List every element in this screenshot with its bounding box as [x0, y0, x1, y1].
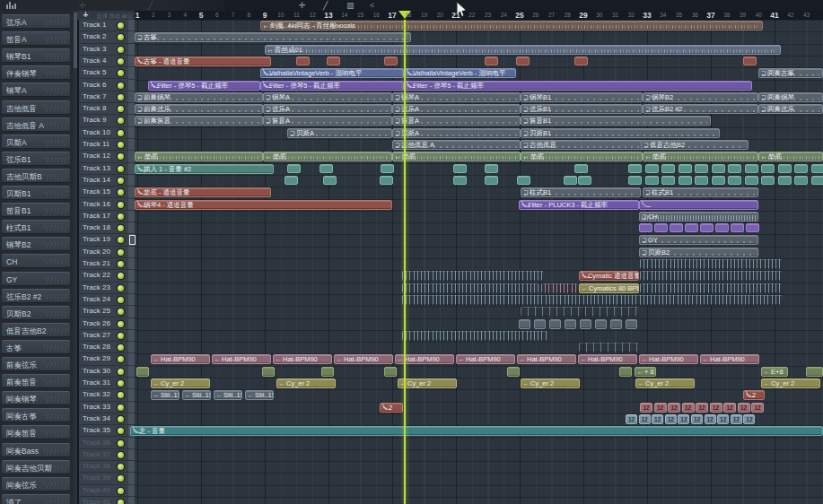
track-enable-led[interactable] — [118, 106, 124, 112]
track-header[interactable]: Track 28 — [79, 342, 130, 353]
track-enable-led[interactable] — [118, 380, 124, 387]
track-header[interactable]: Track 23 — [79, 282, 130, 294]
track-enable-led[interactable] — [118, 488, 124, 494]
track-enable-led[interactable] — [118, 213, 124, 220]
track-enable-led[interactable] — [118, 416, 124, 422]
playlist-grid[interactable] — [135, 20, 823, 504]
picker-item[interactable]: 间奏Bass — [2, 443, 70, 457]
track-enable-led[interactable] — [118, 308, 124, 315]
track-header[interactable]: Track 9 — [79, 115, 130, 126]
picker-item[interactable]: 笛音B1 — [2, 203, 70, 217]
picker-item[interactable]: 消了 — [2, 494, 70, 504]
track-enable-led[interactable] — [118, 440, 124, 447]
track-enable-led[interactable] — [118, 428, 124, 434]
track-enable-led[interactable] — [118, 117, 124, 124]
track-header[interactable]: Track 41 — [79, 497, 130, 504]
track-header[interactable]: Track 20 — [79, 247, 130, 258]
track-header[interactable]: Track 30 — [79, 366, 130, 378]
picker-item[interactable]: 笛音A — [2, 31, 70, 46]
track-enable-led[interactable] — [118, 178, 124, 184]
track-header[interactable]: Track 4 — [79, 56, 130, 67]
track-header[interactable]: Track 11 — [79, 139, 130, 151]
track-header[interactable]: Track 17 — [79, 211, 130, 222]
track-enable-led[interactable] — [118, 344, 124, 351]
track-enable-led[interactable] — [118, 369, 124, 375]
slip-tool-icon[interactable]: ╱ — [323, 0, 328, 11]
track-header[interactable]: Track 1 — [79, 20, 130, 31]
picker-item[interactable]: 柱式B1 — [2, 220, 70, 234]
picker-item[interactable]: 间奏吉他贝斯 — [2, 460, 70, 474]
add-track-button[interactable]: + — [81, 10, 91, 20]
picker-item[interactable]: CH — [2, 254, 70, 268]
track-header[interactable]: Track 22 — [79, 270, 130, 282]
track-enable-led[interactable] — [118, 202, 124, 208]
track-enable-led[interactable] — [118, 249, 124, 256]
picker-item[interactable]: 前奏弦乐 — [2, 357, 70, 371]
track-enable-led[interactable] — [118, 22, 124, 29]
track-header[interactable]: Track 33 — [79, 402, 130, 413]
track-header[interactable]: Track 13 — [79, 163, 130, 175]
track-header[interactable]: Track 15 — [79, 187, 130, 198]
picker-item[interactable]: 钢琴A — [2, 83, 70, 97]
picker-item[interactable]: 弦乐B1 — [2, 152, 70, 166]
picker-item[interactable]: 间奏笛音 — [2, 425, 70, 439]
track-header[interactable]: Track 21 — [79, 258, 130, 270]
track-enable-led[interactable] — [118, 464, 124, 470]
picker-item[interactable]: 间奏钢琴 — [2, 391, 70, 405]
track-enable-led[interactable] — [118, 475, 124, 482]
track-enable-led[interactable] — [118, 153, 124, 160]
track-header[interactable]: Track 32 — [79, 389, 130, 401]
track-header[interactable]: Track 34 — [79, 413, 130, 425]
track-header[interactable]: Track 5 — [79, 67, 130, 79]
track-enable-led[interactable] — [118, 356, 124, 362]
track-header[interactable]: Track 31 — [79, 378, 130, 389]
track-enable-led[interactable] — [118, 83, 124, 89]
track-header[interactable]: Track 39 — [79, 473, 130, 484]
track-enable-led[interactable] — [118, 321, 124, 327]
track-header[interactable]: Track 35 — [79, 425, 130, 437]
track-enable-led[interactable] — [118, 34, 124, 40]
track-enable-led[interactable] — [118, 273, 124, 279]
picker-item[interactable]: 贝斯B1 — [2, 186, 70, 200]
track-enable-led[interactable] — [118, 58, 124, 65]
track-enable-led[interactable] — [118, 285, 124, 291]
move-tool-icon[interactable]: ✛ — [299, 0, 306, 11]
track-header[interactable]: Track 27 — [79, 330, 130, 342]
track-enable-led[interactable] — [118, 500, 124, 504]
track-header[interactable]: Track 8 — [79, 103, 130, 115]
timeline-ruler[interactable] — [135, 11, 823, 20]
picker-item[interactable]: GY — [2, 272, 70, 286]
picker-item[interactable]: 贝斯B2 — [2, 306, 70, 320]
picker-item[interactable]: 弦乐A — [2, 14, 70, 29]
track-enable-led[interactable] — [118, 261, 124, 267]
track-enable-led[interactable] — [118, 47, 124, 53]
track-enable-led[interactable] — [118, 166, 124, 172]
track-header[interactable]: Track 12 — [79, 151, 130, 162]
track-header[interactable]: Track 7 — [79, 91, 130, 103]
track-header[interactable]: Track 37 — [79, 449, 130, 461]
picker-item[interactable]: 前奏笛音 — [2, 374, 70, 388]
track-enable-led[interactable] — [118, 130, 124, 136]
track-enable-led[interactable] — [118, 142, 124, 148]
track-header[interactable]: Track 40 — [79, 485, 130, 497]
picker-item[interactable]: 贝斯A — [2, 135, 70, 149]
picker-item[interactable]: 吉他低音 — [2, 100, 70, 115]
track-header[interactable]: Track 38 — [79, 461, 130, 473]
picker-item[interactable]: 弦乐B2 #2 — [2, 289, 70, 303]
track-header[interactable]: Track 3 — [79, 44, 130, 56]
track-header[interactable]: Track 6 — [79, 80, 130, 91]
track-header[interactable]: Track 24 — [79, 294, 130, 306]
track-enable-led[interactable] — [118, 392, 124, 398]
track-header[interactable]: Track 14 — [79, 175, 130, 187]
track-header[interactable]: Track 26 — [79, 318, 130, 330]
track-enable-led[interactable] — [118, 225, 124, 231]
track-enable-led[interactable] — [118, 70, 124, 76]
track-header[interactable]: Track 36 — [79, 438, 130, 449]
track-header[interactable]: Track 2 — [79, 31, 130, 43]
picker-item[interactable]: 古筝 — [2, 340, 70, 354]
track-enable-led[interactable] — [118, 452, 124, 458]
picker-item[interactable]: 伴奏钢琴 — [2, 65, 70, 80]
track-header[interactable]: Track 18 — [79, 222, 130, 234]
picker-item[interactable]: 低音吉他B2 — [2, 323, 70, 337]
track-enable-led[interactable] — [118, 333, 124, 339]
